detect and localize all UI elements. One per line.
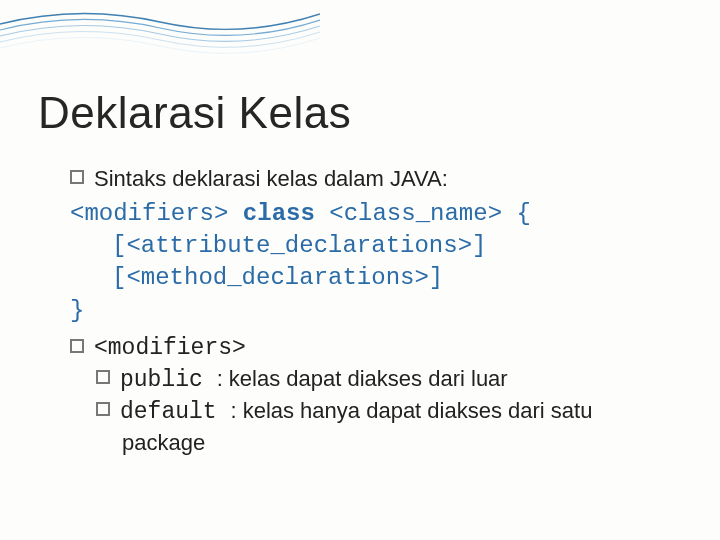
sub-item-public: public : kelas dapat diakses dari luar xyxy=(96,364,670,396)
code-block: <modifiers> class <class_name> { [<attri… xyxy=(70,198,670,328)
code-line-4: } xyxy=(70,295,670,327)
square-bullet-icon xyxy=(70,170,84,184)
modifier-public-desc: : kelas dapat diakses dari luar xyxy=(217,366,508,391)
square-bullet-icon xyxy=(70,339,84,353)
code-line-3: [<method_declarations>] xyxy=(70,262,670,294)
modifier-public: public xyxy=(120,367,217,393)
slide-title: Deklarasi Kelas xyxy=(38,88,351,138)
bullet-item-modifiers: <modifiers> xyxy=(70,333,670,364)
modifier-default-desc: : kelas hanya dapat diakses dari satu xyxy=(230,398,592,423)
slide-content: Sintaks deklarasi kelas dalam JAVA: <mod… xyxy=(70,164,670,458)
modifier-default: default xyxy=(120,399,230,425)
square-bullet-icon xyxy=(96,370,110,384)
bullet-item-syntax: Sintaks deklarasi kelas dalam JAVA: xyxy=(70,164,670,194)
modifiers-label: <modifiers> xyxy=(94,333,246,364)
code-line-2: [<attribute_declarations>] xyxy=(70,230,670,262)
code-line-1: <modifiers> class <class_name> { xyxy=(70,198,670,230)
modifier-default-cont: package xyxy=(122,428,670,458)
bullet-text: Sintaks deklarasi kelas dalam JAVA: xyxy=(94,164,448,194)
decorative-wave xyxy=(0,0,320,60)
square-bullet-icon xyxy=(96,402,110,416)
sub-item-default: default : kelas hanya dapat diakses dari… xyxy=(96,396,670,458)
